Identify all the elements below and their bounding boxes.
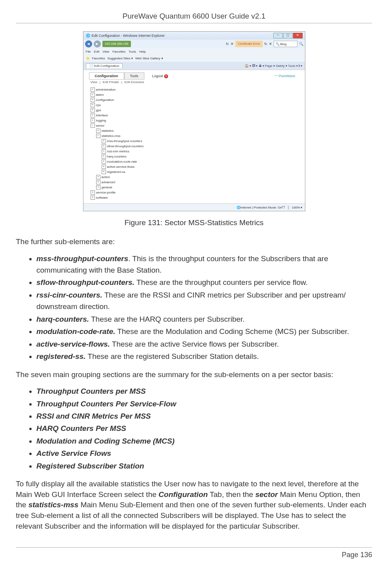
menu-view[interactable]: View [102,50,109,53]
subtab-view[interactable]: View [91,80,97,84]
tree-alarm[interactable]: +alarm [91,92,302,97]
favorites-bar: ⭐ Favorites Suggested Sites ▾ Web Slice … [83,55,305,62]
tree-service-profile[interactable]: +service-profile [91,190,302,195]
brand-logo: 〰 PureWave [274,74,295,78]
tree-sflow-throughput[interactable]: +sflow-throughput-counters [91,144,302,149]
internet-icon: 🌐 [237,206,240,209]
brand-swoosh-icon: 〰 [274,74,278,78]
tree-configuration[interactable]: +configuration [91,97,302,102]
window-titlebar: 🌐 Edit Configuration - Windows Internet … [83,32,305,40]
ie-toolbar[interactable]: 🏠 ▾ 🖾 ▾ 🖶 ▾ Page ▾ Safety ▾ Tools ▾ ℹ ▾ [245,64,303,68]
menu-favorites[interactable]: Favorites [112,50,125,53]
list-item: Registered Subscriber Station [36,460,372,472]
expand-icon[interactable]: + [91,108,95,112]
list-item: sflow-throughput-counters. These are the… [36,277,372,288]
protected-mode-icon: 🛡 [282,206,285,209]
expand-icon[interactable]: + [91,93,95,97]
tree-cps[interactable]: +cps [91,102,302,108]
tree-administration[interactable]: +administration [91,87,302,92]
expand-icon[interactable]: + [91,103,95,107]
tree-sector[interactable]: −sector [91,123,302,128]
collapse-icon[interactable]: − [96,134,100,138]
menu-tools[interactable]: Tools [129,50,136,53]
screenshot-ie-window: 🌐 Edit Configuration - Windows Internet … [83,31,305,211]
expand-icon[interactable]: + [96,185,100,190]
tree-logging[interactable]: +logging [91,118,302,123]
groups-list: Throughput Counters per MSS Throughput C… [16,385,372,472]
expand-icon[interactable]: + [102,139,106,143]
close-button[interactable]: ✕ [293,33,303,38]
tree-software[interactable]: +software [91,195,302,200]
list-item: harq-counters. These are the HARQ counte… [36,313,372,325]
tree-general[interactable]: +general [91,185,302,190]
menu-help[interactable]: Help [139,50,146,53]
groups-intro: The seven main grouping sections are the… [16,370,372,380]
star-icon[interactable]: ⭐ [86,57,90,60]
tree-asf[interactable]: +active-service-flows [91,164,302,169]
list-item: Throughput Counters per MSS [36,385,372,397]
list-item: active-service-flows. These are the acti… [36,338,372,350]
logout-link[interactable]: Logout ✕ [152,74,168,78]
list-item: HARQ Counters Per MSS [36,423,372,434]
expand-icon[interactable]: + [91,195,95,200]
cert-error[interactable]: Certificate Error [235,41,262,47]
list-item: registered-ss. These are the registered … [36,351,372,362]
tab-tools[interactable]: Tools [124,72,144,80]
figure-caption: Figure 131: Sector MSS-Statistics Metric… [16,218,372,227]
menu-bar: File Edit View Favorites Tools Help [83,48,305,55]
ie-tab[interactable]: 📄 Edit Configuration [86,63,123,68]
tree-statistics-mss[interactable]: −statistics-mss [91,133,302,138]
tree-harq[interactable]: +harq-counters [91,154,302,159]
tree-statistics[interactable]: +statistics [91,128,302,133]
tree-mss-throughput[interactable]: +mss-throughput-counters [91,138,302,144]
expand-icon[interactable]: + [96,180,100,184]
maximize-button[interactable]: ▢ [283,33,293,38]
expand-icon[interactable]: + [91,98,95,102]
menu-file[interactable]: File [86,50,91,53]
expand-icon[interactable]: + [102,154,106,159]
ie-icon: 🌐 [86,34,90,38]
list-item: Modulation and Coding Scheme (MCS) [36,435,372,447]
status-bar: 🌐 Internet | Protected Mode: On 🛡 │ 100%… [83,203,305,211]
status-text: Internet | Protected Mode: On [240,206,282,209]
tree-mcr[interactable]: +modulation-code-rate [91,159,302,164]
tree-action[interactable]: +action [91,175,302,180]
tree-rssi-cinr[interactable]: +rssi-cinr-metrics [91,149,302,154]
sub-elements-list: mss-throughput-counters. This is the thr… [16,253,372,362]
list-item: mss-throughput-counters. This is the thr… [36,253,372,276]
subtab-edit-exclusive[interactable]: Edit Exclusive [125,80,144,84]
list-item: rssi-cinr-counters. These are the RSSI a… [36,289,372,313]
expand-icon[interactable]: + [102,144,106,148]
stop-icon[interactable]: ✕ [231,42,234,46]
tree-gps[interactable]: +gps [91,108,302,113]
back-button[interactable]: ◄ [85,40,92,47]
expand-icon[interactable]: + [91,118,95,123]
tree-advanced[interactable]: +advanced [91,180,302,185]
minimize-button[interactable]: ─ [273,33,283,38]
expand-icon[interactable]: + [91,113,95,118]
suggested-sites[interactable]: Suggested Sites ▾ [107,57,132,60]
url-field[interactable]: 192.168.200.193 [102,41,131,47]
expand-icon[interactable]: + [91,190,95,195]
expand-icon[interactable]: + [102,170,106,174]
tree-interface[interactable]: +interface [91,113,302,118]
sub-tabs: View | Edit Private | Edit Exclusive [83,80,305,85]
collapse-icon[interactable]: − [91,123,95,128]
list-item: Throughput Counters Per Service-Flow [36,398,372,410]
refresh-icon[interactable]: ↻ [226,42,229,46]
expand-icon[interactable]: + [96,175,100,179]
web-slice[interactable]: Web Slice Gallery ▾ [135,57,163,60]
expand-icon[interactable]: + [96,129,100,133]
config-tree: +administration +alarm +configuration +c… [83,85,305,203]
subtab-edit-private[interactable]: Edit Private [103,80,119,84]
search-box[interactable]: Bing [274,41,297,47]
expand-icon[interactable]: + [102,165,106,169]
expand-icon[interactable]: + [102,149,106,154]
tree-registered-ss[interactable]: +registered-ss [91,169,302,175]
expand-icon[interactable]: + [91,87,95,92]
menu-edit[interactable]: Edit [94,50,99,53]
tab-configuration[interactable]: Configuration [89,72,124,80]
expand-icon[interactable]: + [102,159,106,164]
forward-button[interactable]: ► [94,40,101,47]
zoom-level[interactable]: 100% ▾ [292,206,303,209]
